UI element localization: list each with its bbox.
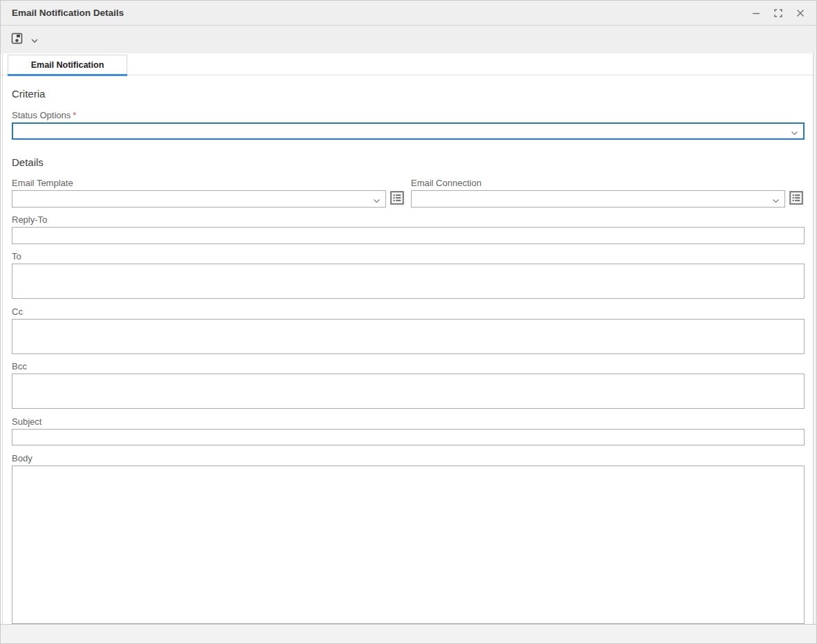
title-bar: Email Notification Details <box>1 1 816 26</box>
close-icon <box>796 9 805 17</box>
details-section-heading: Details <box>12 157 805 168</box>
chevron-down-icon <box>31 35 38 45</box>
save-options-dropdown-button[interactable] <box>29 33 40 47</box>
reply-to-label: Reply-To <box>12 214 805 225</box>
tab-label: Email Notification <box>31 60 104 70</box>
bcc-label: Bcc <box>12 361 805 371</box>
maximize-icon <box>774 9 782 17</box>
subject-input[interactable] <box>12 429 805 445</box>
to-textarea[interactable] <box>12 264 805 299</box>
window-left-border <box>2 53 3 624</box>
close-button[interactable] <box>791 5 809 21</box>
email-connection-browse-button[interactable] <box>788 191 805 208</box>
email-connection-label: Email Connection <box>411 178 805 188</box>
chevron-down-icon <box>773 193 779 205</box>
active-tab-indicator <box>8 74 127 76</box>
bcc-textarea[interactable] <box>12 374 805 409</box>
save-button[interactable] <box>9 30 25 48</box>
toolbar <box>1 26 816 53</box>
to-label: To <box>12 251 805 261</box>
email-template-select[interactable] <box>12 190 386 208</box>
subject-label: Subject <box>12 416 805 427</box>
email-template-browse-button[interactable] <box>389 191 405 208</box>
chevron-down-icon <box>374 193 380 205</box>
window-title: Email Notification Details <box>12 8 747 18</box>
form-content: Criteria Status Options* Details Email T… <box>1 89 816 624</box>
cc-label: Cc <box>12 306 805 317</box>
tab-email-notification[interactable]: Email Notification <box>8 55 127 75</box>
tab-bar: Email Notification <box>1 53 816 75</box>
body-label: Body <box>12 453 805 463</box>
cc-textarea[interactable] <box>12 319 805 354</box>
minimize-button[interactable] <box>747 5 765 21</box>
list-icon <box>789 190 804 208</box>
save-icon <box>11 33 23 46</box>
email-notification-details-window: Email Notification Details <box>0 0 817 644</box>
window-controls <box>747 5 809 21</box>
criteria-section-heading: Criteria <box>12 89 805 100</box>
status-options-label: Status Options* <box>12 110 805 120</box>
window-footer <box>1 624 816 643</box>
body-textarea[interactable] <box>12 466 805 624</box>
window-right-border <box>813 53 816 624</box>
minimize-icon <box>752 9 760 17</box>
email-template-label: Email Template <box>12 178 405 188</box>
email-connection-select[interactable] <box>411 190 785 208</box>
reply-to-input[interactable] <box>12 227 805 244</box>
required-marker: * <box>73 110 76 120</box>
maximize-button[interactable] <box>769 5 787 21</box>
status-options-select[interactable] <box>12 122 805 140</box>
list-icon <box>389 190 405 208</box>
chevron-down-icon <box>791 125 798 138</box>
